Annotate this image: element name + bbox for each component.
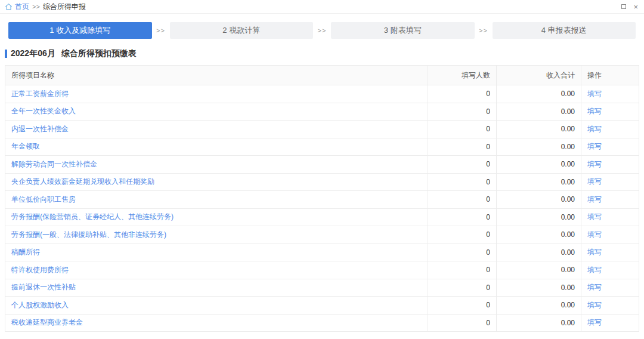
fill-link[interactable]: 填写 (587, 142, 602, 150)
people-count-value: 0 (428, 297, 497, 315)
income-total-value: 0.00 (497, 279, 581, 297)
people-count-value: 0 (428, 121, 497, 138)
table-body: 正常工资薪金所得 0 0.00 填写 全年一次性奖金收入 0 0.00 填写 内… (5, 85, 639, 332)
income-total-value: 0.00 (497, 226, 581, 244)
table-row: 年金领取 0 0.00 填写 (5, 138, 639, 156)
people-count-value: 0 (428, 208, 497, 226)
fill-link[interactable]: 填写 (587, 212, 602, 221)
income-total-value: 0.00 (497, 173, 581, 191)
step-separator: >> (475, 27, 493, 34)
home-icon (5, 3, 13, 11)
fill-link[interactable]: 填写 (587, 90, 602, 98)
step-1-income-and-deduction[interactable]: 1 收入及减除填写 (8, 22, 152, 39)
fill-link[interactable]: 填写 (587, 318, 602, 326)
income-item-link[interactable]: 税收递延型商业养老金 (11, 318, 83, 326)
income-total-value: 0.00 (497, 261, 581, 279)
breadcrumb: 首页 >> 综合所得申报 × (0, 0, 644, 14)
people-count-value: 0 (428, 138, 497, 156)
income-item-link[interactable]: 全年一次性奖金收入 (11, 107, 76, 115)
income-item-link[interactable]: 劳务报酬(保险营销员、证券经纪人、其他连续劳务) (11, 212, 174, 221)
step-2-tax-calculation[interactable]: 2 税款计算 (170, 22, 314, 39)
income-total-value: 0.00 (497, 138, 581, 156)
step-separator: >> (152, 27, 170, 34)
table-row: 稿酬所得 0 0.00 填写 (5, 244, 639, 261)
header-income-item-name: 所得项目名称 (5, 66, 428, 85)
income-items-table: 所得项目名称 填写人数 收入合计 操作 正常工资薪金所得 0 0.00 填写 全… (5, 65, 639, 332)
maximize-icon[interactable] (621, 4, 626, 9)
income-item-link[interactable]: 个人股权激励收入 (11, 301, 69, 309)
step-separator: >> (313, 27, 331, 34)
table-row: 税收递延型商业养老金 0 0.00 填写 (5, 314, 639, 332)
breadcrumb-home-link[interactable]: 首页 (5, 2, 29, 12)
fill-link[interactable]: 填写 (587, 177, 602, 186)
table-row: 解除劳动合同一次性补偿金 0 0.00 填写 (5, 156, 639, 174)
income-item-link[interactable]: 年金领取 (11, 142, 40, 150)
table-row: 劳务报酬(一般、法律援助补贴、其他非连续劳务) 0 0.00 填写 (5, 226, 639, 244)
people-count-value: 0 (428, 279, 497, 297)
people-count-value: 0 (428, 244, 497, 261)
people-count-value: 0 (428, 226, 497, 244)
section-title: 2022年06月 综合所得预扣预缴表 (5, 48, 639, 59)
income-item-link[interactable]: 央企负责人绩效薪金延期兑现收入和任期奖励 (11, 177, 154, 186)
income-item-link[interactable]: 内退一次性补偿金 (11, 125, 69, 133)
income-total-value: 0.00 (497, 85, 581, 103)
income-item-link[interactable]: 劳务报酬(一般、法律援助补贴、其他非连续劳务) (11, 230, 166, 239)
step-4-return-submission[interactable]: 4 申报表报送 (493, 22, 636, 39)
table-row: 全年一次性奖金收入 0 0.00 填写 (5, 103, 639, 121)
income-item-link[interactable]: 稿酬所得 (11, 248, 40, 256)
income-total-value: 0.00 (497, 103, 581, 121)
fill-link[interactable]: 填写 (587, 266, 602, 274)
people-count-value: 0 (428, 85, 497, 103)
header-people-count: 填写人数 (428, 66, 497, 85)
income-total-value: 0.00 (497, 156, 581, 174)
people-count-value: 0 (428, 103, 497, 121)
income-total-value: 0.00 (497, 208, 581, 226)
income-total-value: 0.00 (497, 121, 581, 138)
table-row: 央企负责人绩效薪金延期兑现收入和任期奖励 0 0.00 填写 (5, 173, 639, 191)
people-count-value: 0 (428, 261, 497, 279)
title-accent-bar (5, 50, 7, 58)
step-3-schedule-filling[interactable]: 3 附表填写 (331, 22, 475, 39)
people-count-value: 0 (428, 314, 497, 332)
step-wizard: 1 收入及减除填写 >> 2 税款计算 >> 3 附表填写 >> 4 申报表报送 (8, 22, 636, 39)
table-row: 内退一次性补偿金 0 0.00 填写 (5, 121, 639, 138)
income-total-value: 0.00 (497, 297, 581, 315)
section-title-period: 2022年06月 (11, 48, 55, 59)
people-count-value: 0 (428, 191, 497, 209)
income-total-value: 0.00 (497, 191, 581, 209)
income-total-value: 0.00 (497, 314, 581, 332)
breadcrumb-home-label: 首页 (15, 2, 29, 12)
fill-link[interactable]: 填写 (587, 230, 602, 239)
fill-link[interactable]: 填写 (587, 248, 602, 256)
fill-link[interactable]: 填写 (587, 125, 602, 133)
fill-link[interactable]: 填写 (587, 283, 602, 291)
table-row: 正常工资薪金所得 0 0.00 填写 (5, 85, 639, 103)
income-item-link[interactable]: 解除劳动合同一次性补偿金 (11, 160, 97, 168)
table-header-row: 所得项目名称 填写人数 收入合计 操作 (5, 66, 639, 85)
table-row: 个人股权激励收入 0 0.00 填写 (5, 297, 639, 315)
section-title-text: 综合所得预扣预缴表 (61, 48, 137, 59)
fill-link[interactable]: 填写 (587, 107, 602, 115)
table-row: 提前退休一次性补贴 0 0.00 填写 (5, 279, 639, 297)
fill-link[interactable]: 填写 (587, 195, 602, 204)
income-item-link[interactable]: 正常工资薪金所得 (11, 90, 69, 98)
breadcrumb-current: 综合所得申报 (43, 2, 86, 12)
fill-link[interactable]: 填写 (587, 160, 602, 168)
table-row: 劳务报酬(保险营销员、证券经纪人、其他连续劳务) 0 0.00 填写 (5, 208, 639, 226)
income-item-link[interactable]: 单位低价向职工售房 (11, 195, 76, 204)
header-income-total: 收入合计 (497, 66, 581, 85)
people-count-value: 0 (428, 156, 497, 174)
header-action: 操作 (581, 66, 639, 85)
income-total-value: 0.00 (497, 244, 581, 261)
income-item-link[interactable]: 特许权使用费所得 (11, 266, 69, 274)
income-item-link[interactable]: 提前退休一次性补贴 (11, 283, 76, 291)
breadcrumb-separator: >> (32, 3, 40, 10)
window-controls: × (621, 3, 638, 11)
table-row: 特许权使用费所得 0 0.00 填写 (5, 261, 639, 279)
table-row: 单位低价向职工售房 0 0.00 填写 (5, 191, 639, 209)
people-count-value: 0 (428, 173, 497, 191)
fill-link[interactable]: 填写 (587, 301, 602, 309)
close-icon[interactable]: × (633, 3, 638, 11)
